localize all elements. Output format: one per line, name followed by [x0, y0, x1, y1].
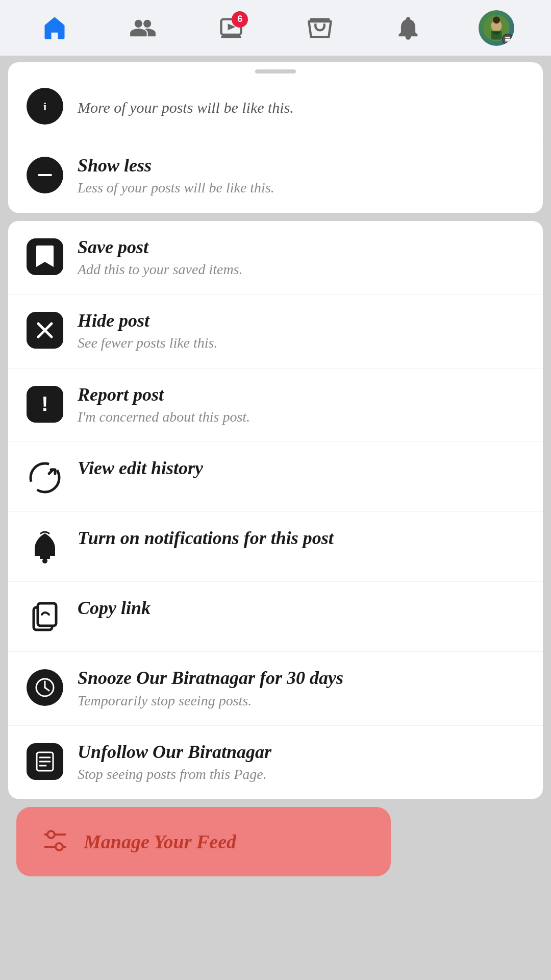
svg-point-19	[42, 558, 47, 564]
svg-text:!: !	[41, 393, 48, 415]
svg-point-32	[56, 843, 63, 850]
avatar-badge-icon	[502, 34, 513, 45]
notifications-post-item[interactable]: Turn on notifications for this post	[8, 512, 543, 582]
copy-link-item[interactable]: Copy link	[8, 582, 543, 652]
report-post-item[interactable]: ! Report post I'm concerned about this p…	[8, 369, 543, 443]
drag-handle	[255, 69, 296, 74]
svg-point-30	[47, 831, 55, 838]
main-card: Save post Add this to your saved items. …	[8, 221, 543, 799]
navbar: 6	[0, 0, 551, 56]
unfollow-text: Unfollow Our Biratnagar Stop seeing post…	[78, 741, 271, 784]
avatar	[479, 10, 514, 46]
svg-rect-21	[38, 603, 56, 626]
show-less-icon	[27, 157, 63, 193]
notifications-post-icon	[27, 529, 63, 566]
save-post-icon	[27, 238, 63, 275]
reels-badge: 6	[232, 11, 248, 28]
hide-post-text: Hide post See fewer posts like this.	[78, 310, 218, 353]
more-posts-icon: i	[27, 88, 63, 125]
notifications-nav-button[interactable]	[390, 10, 426, 46]
svg-text:i: i	[43, 100, 46, 113]
unfollow-item[interactable]: Unfollow Our Biratnagar Stop seeing post…	[8, 726, 543, 799]
report-post-icon: !	[27, 386, 63, 423]
copy-link-text: Copy link	[78, 597, 151, 619]
view-edit-history-text: View edit history	[78, 457, 203, 479]
top-card: i More of your posts will be like this. …	[8, 62, 543, 213]
snooze-icon	[27, 669, 63, 706]
edit-history-icon	[27, 459, 63, 496]
notifications-post-text: Turn on notifications for this post	[78, 527, 334, 549]
show-less-text: Show less Less of your posts will be lik…	[78, 155, 274, 198]
svg-line-24	[45, 688, 49, 691]
view-edit-history-item[interactable]: View edit history	[8, 442, 543, 512]
save-post-text: Save post Add this to your saved items.	[78, 236, 243, 279]
marketplace-nav-button[interactable]	[302, 10, 338, 46]
hide-post-item[interactable]: Hide post See fewer posts like this.	[8, 295, 543, 369]
reels-nav-button[interactable]: 6	[213, 10, 249, 46]
home-nav-button[interactable]	[37, 10, 72, 46]
show-less-item[interactable]: Show less Less of your posts will be lik…	[8, 139, 543, 213]
report-post-text: Report post I'm concerned about this pos…	[78, 384, 250, 427]
snooze-text: Snooze Our Biratnagar for 30 days Tempor…	[78, 667, 343, 710]
copy-link-icon	[27, 599, 63, 636]
more-posts-text: More of your posts will be like this.	[78, 95, 294, 117]
hide-post-icon	[27, 312, 63, 349]
more-posts-item[interactable]: i More of your posts will be like this.	[8, 74, 543, 139]
snooze-item[interactable]: Snooze Our Biratnagar for 30 days Tempor…	[8, 652, 543, 726]
unfollow-icon	[27, 743, 63, 780]
svg-point-17	[31, 463, 59, 492]
manage-feed-icon	[41, 826, 69, 857]
svg-point-6	[493, 16, 500, 23]
save-post-item[interactable]: Save post Add this to your saved items.	[8, 221, 543, 295]
friends-nav-button[interactable]	[125, 10, 161, 46]
manage-feed-button[interactable]: Manage Your Feed	[16, 807, 391, 876]
avatar-nav-button[interactable]	[479, 10, 514, 46]
